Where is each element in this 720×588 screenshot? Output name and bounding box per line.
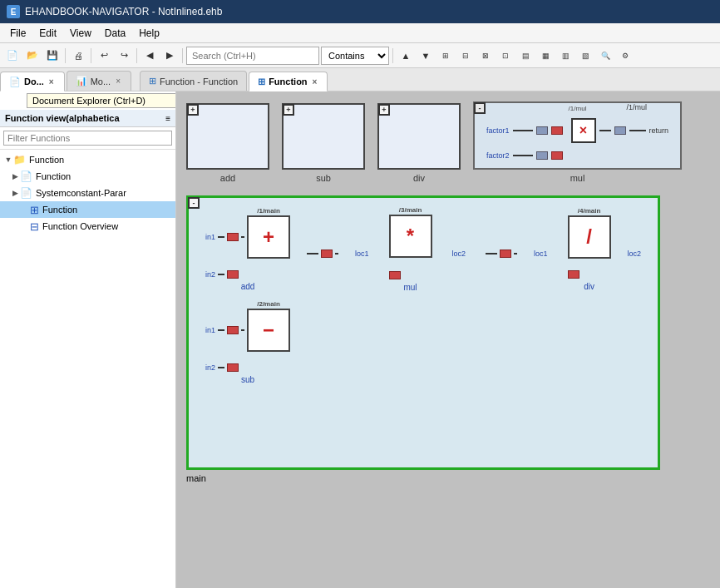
tab-mo-close[interactable]: × bbox=[114, 77, 122, 86]
tab-do-label: Do... bbox=[24, 77, 44, 86]
toolbar-b8[interactable]: ▧ bbox=[576, 47, 594, 65]
tree-item-systemconstant[interactable]: ▶ 📄 Systemconstant-Parar bbox=[0, 185, 175, 201]
main-layout: Document Explorer (Ctrl+D) Function view… bbox=[0, 91, 720, 588]
menu-file[interactable]: File bbox=[3, 26, 32, 41]
tab-function-close[interactable]: × bbox=[311, 77, 319, 86]
main-sub-in1-row: in1 /2/main − bbox=[205, 309, 290, 352]
loc1-label-mul: loc1 bbox=[355, 250, 369, 258]
mul-factor2-label: factor2 bbox=[486, 151, 510, 160]
p-mul-loc2 bbox=[389, 271, 401, 279]
tab-function[interactable]: ⊞ Function × bbox=[249, 72, 328, 91]
filter-input[interactable] bbox=[3, 131, 172, 146]
sub-label: sub bbox=[316, 173, 331, 183]
wire-out2 bbox=[629, 130, 646, 131]
ps2 bbox=[227, 363, 239, 372]
return-label: return bbox=[649, 126, 669, 135]
toolbar-new[interactable]: 📄 bbox=[3, 47, 22, 65]
mul-fn-box: /3/main * bbox=[389, 215, 432, 258]
toolbar-up[interactable]: ▲ bbox=[397, 47, 415, 65]
tree-item-function-child1[interactable]: ▶ 📄 Function bbox=[0, 168, 175, 185]
toolbar-b4[interactable]: ⊡ bbox=[496, 47, 515, 65]
toolbar-save[interactable]: 💾 bbox=[43, 47, 62, 65]
toolbar-print[interactable]: 🖨 bbox=[69, 47, 87, 65]
mul-detailed-box: - /1/mul factor1 × bbox=[473, 101, 682, 170]
toolbar-b10[interactable]: ⚙ bbox=[616, 47, 634, 65]
toolbar: 📄 📂 💾 🖨 ↩ ↪ ◀ ▶ Contains Exact Starts wi… bbox=[0, 43, 720, 68]
menu-edit[interactable]: Edit bbox=[32, 26, 63, 41]
main-div-inputs: /4/main / bbox=[568, 215, 611, 279]
w7 bbox=[514, 253, 517, 254]
mul-factor1-label: factor1 bbox=[486, 126, 510, 135]
wire-out1 bbox=[599, 130, 611, 131]
p3 bbox=[321, 250, 333, 258]
mul-fn-path: /3/main bbox=[399, 206, 422, 214]
toolbar-b1[interactable]: ⊞ bbox=[436, 47, 455, 65]
title-text: EHANDBOOK-NAVIGATOR - NotInlined.ehb bbox=[25, 6, 222, 17]
sub-fn-box: /2/main − bbox=[247, 309, 290, 352]
toolbar-redo[interactable]: ↪ bbox=[115, 47, 133, 65]
toolbar-down[interactable]: ▼ bbox=[417, 47, 435, 65]
main-add-group: in1 /1/main + bbox=[205, 215, 290, 291]
toolbar-undo[interactable]: ↩ bbox=[95, 47, 113, 65]
w1 bbox=[218, 236, 224, 238]
tree-item-function-selected[interactable]: ⊞ Function bbox=[0, 201, 175, 218]
p4 bbox=[500, 250, 511, 258]
tab-do-close[interactable]: × bbox=[47, 77, 56, 86]
menu-data[interactable]: Data bbox=[98, 26, 132, 41]
add-fn-box: /1/main + bbox=[247, 215, 290, 259]
toolbar-b6[interactable]: ▦ bbox=[536, 47, 555, 65]
tree-item-function-overview[interactable]: ⊟ Function Overview bbox=[0, 218, 175, 235]
w6 bbox=[486, 253, 497, 254]
main-div-row: /4/main / bbox=[568, 215, 611, 259]
tree-item-function-root[interactable]: ▼ 📁 Function bbox=[0, 151, 175, 168]
main-top-row: in1 /1/main + bbox=[205, 215, 641, 292]
tab-do-icon: 📄 bbox=[9, 77, 21, 87]
toolbar-b5[interactable]: ▤ bbox=[516, 47, 535, 65]
toolbar-back[interactable]: ◀ bbox=[141, 47, 159, 65]
div-fn-box: /4/main / bbox=[568, 215, 611, 259]
main-corner-btn: - bbox=[188, 197, 200, 209]
loc2-label-mul: loc2 bbox=[452, 250, 466, 258]
toolbar-b3[interactable]: ⊠ bbox=[476, 47, 495, 65]
tree-label-syskonst: Systemconstant-Parar bbox=[36, 188, 126, 198]
tab-mo-icon: 📊 bbox=[76, 76, 87, 86]
mul-symbol-box: × bbox=[571, 118, 596, 143]
toolbar-b2[interactable]: ⊟ bbox=[456, 47, 475, 65]
main-sub-in2-row: in2 bbox=[205, 363, 290, 372]
toolbar-b9[interactable]: 🔍 bbox=[596, 47, 614, 65]
toolbar-open[interactable]: 📂 bbox=[23, 47, 42, 65]
toolbar-forward[interactable]: ▶ bbox=[160, 47, 179, 65]
wire-factor2 bbox=[513, 155, 533, 156]
search-dropdown[interactable]: Contains Exact Starts with bbox=[321, 47, 389, 65]
ps1 bbox=[227, 326, 239, 334]
p2 bbox=[227, 270, 239, 279]
main-sub-group: in1 /2/main − bbox=[205, 309, 290, 384]
main-add-in1: in1 bbox=[205, 233, 215, 241]
add-label: add bbox=[220, 173, 235, 183]
tree-label-sel: Function bbox=[42, 205, 77, 215]
mul-factor1-row: factor1 × return bbox=[486, 118, 668, 143]
tab-mo[interactable]: 📊 Mo... × bbox=[67, 71, 131, 91]
main-mul-inputs: /3/main * bbox=[389, 215, 432, 279]
tab-func-func-label: Function - Function bbox=[160, 77, 238, 86]
content-area[interactable]: + add + sub + div - bbox=[176, 91, 720, 588]
main-label: main bbox=[186, 473, 206, 483]
tab-do[interactable]: 📄 Do... × bbox=[0, 72, 65, 91]
menu-view[interactable]: View bbox=[63, 26, 98, 41]
toolbar-b7[interactable]: ▥ bbox=[556, 47, 575, 65]
search-input[interactable] bbox=[186, 47, 319, 65]
mul-fn-label: mul bbox=[403, 283, 417, 292]
titlebar: E EHANDBOOK-NAVIGATOR - NotInlined.ehb bbox=[0, 0, 720, 23]
main-sub-inputs: in1 /2/main − bbox=[205, 309, 290, 372]
menu-help[interactable]: Help bbox=[132, 26, 166, 41]
div-box-container: + div bbox=[377, 103, 461, 183]
tree-label-child1: Function bbox=[36, 171, 71, 181]
tooltip: Document Explorer (Ctrl+D) bbox=[27, 93, 176, 108]
tab-func-func[interactable]: ⊞ Function - Function bbox=[140, 71, 247, 91]
w3 bbox=[218, 274, 224, 275]
tree-icon-child1: 📄 bbox=[20, 170, 32, 182]
w2 bbox=[241, 236, 244, 238]
port-factor1-red bbox=[551, 126, 563, 135]
main-sub-in2: in2 bbox=[205, 363, 215, 372]
tab-function-label: Function bbox=[269, 77, 307, 86]
